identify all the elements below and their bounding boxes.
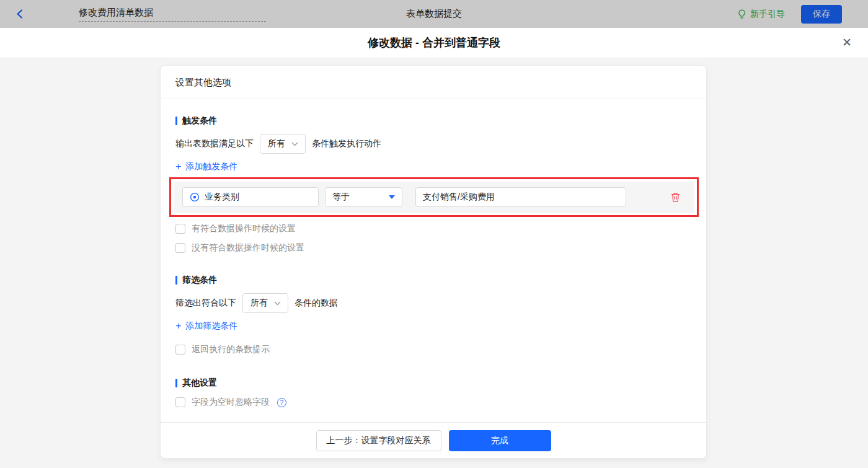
filter-sentence: 筛选出符合以下 所有 条件的数据 <box>175 293 691 313</box>
trigger-sentence-prefix: 输出表数据满足以下 <box>175 138 254 149</box>
trigger-sentence-suffix: 条件触发执行动作 <box>312 138 381 149</box>
card-footer: 上一步：设置字段对应关系 完成 <box>161 422 706 458</box>
done-button[interactable]: 完成 <box>449 430 551 451</box>
add-trigger-condition-link[interactable]: + 添加触发条件 <box>175 161 237 172</box>
checkbox-icon[interactable] <box>175 397 185 407</box>
checkbox-icon[interactable] <box>175 243 185 253</box>
section-other-settings: 其他设置 <box>175 377 691 389</box>
condition-operator-select[interactable]: 等于 <box>325 187 402 207</box>
target-icon <box>190 192 200 202</box>
checkbox-row-no-match[interactable]: 没有符合数据操作时候的设置 <box>175 242 691 254</box>
checkbox-row-ignore-empty[interactable]: 字段为空时忽略字段 ? <box>175 397 691 408</box>
filter-match-mode-select[interactable]: 所有 <box>242 293 288 313</box>
filter-sentence-prefix: 筛选出符合以下 <box>175 298 236 309</box>
section-accent-bar <box>175 379 177 387</box>
plus-icon: + <box>175 322 181 330</box>
trash-icon[interactable] <box>670 192 681 203</box>
section-filter-conditions: 筛选条件 <box>175 275 691 286</box>
condition-value-input[interactable]: 支付销售/采购费用 <box>415 187 626 207</box>
caret-down-icon <box>389 195 395 199</box>
checkbox-icon[interactable] <box>175 224 185 234</box>
add-filter-condition-link[interactable]: + 添加筛选条件 <box>175 320 237 332</box>
prev-step-button[interactable]: 上一步：设置字段对应关系 <box>316 430 441 451</box>
modal-body: 设置其他选项 触发条件 输出表数据满足以下 所有 条件触发执行动作 <box>0 58 868 468</box>
options-card: 设置其他选项 触发条件 输出表数据满足以下 所有 条件触发执行动作 <box>160 65 707 459</box>
chevron-down-icon <box>274 301 281 306</box>
section-accent-bar <box>175 276 177 285</box>
close-icon[interactable]: ✕ <box>842 34 852 51</box>
merge-settings-modal: 修改数据 - 合并到普通字段 ✕ 设置其他选项 触发条件 输出表数据满足以下 所… <box>0 28 868 468</box>
condition-field-select[interactable]: 业务类别 <box>182 187 319 207</box>
highlight-annotation: 业务类别 等于 支付销售/采购费用 <box>169 177 699 217</box>
filter-sentence-suffix: 条件的数据 <box>294 298 338 309</box>
condition-row: 业务类别 等于 支付销售/采购费用 <box>174 182 694 213</box>
chevron-down-icon <box>291 142 298 146</box>
checkbox-row-has-match[interactable]: 有符合数据操作时候的设置 <box>175 223 691 234</box>
trigger-match-mode-select[interactable]: 所有 <box>260 134 306 154</box>
modal-title: 修改数据 - 合并到普通字段 <box>368 35 500 50</box>
help-icon[interactable]: ? <box>277 398 286 407</box>
modal-header: 修改数据 - 合并到普通字段 ✕ <box>0 28 868 58</box>
checkbox-row-count-tip[interactable]: 返回执行的条数提示 <box>175 344 691 355</box>
trigger-sentence: 输出表数据满足以下 所有 条件触发执行动作 <box>175 134 691 154</box>
top-bar: 修改费用清单数据 表单数据提交 新手引导 保存 <box>0 0 868 28</box>
plus-icon: + <box>175 162 181 171</box>
section-accent-bar <box>175 117 177 125</box>
card-title: 设置其他选项 <box>161 66 706 99</box>
checkbox-icon[interactable] <box>175 345 185 355</box>
section-trigger-conditions: 触发条件 <box>175 115 691 126</box>
modal-dim-overlay <box>0 0 868 28</box>
